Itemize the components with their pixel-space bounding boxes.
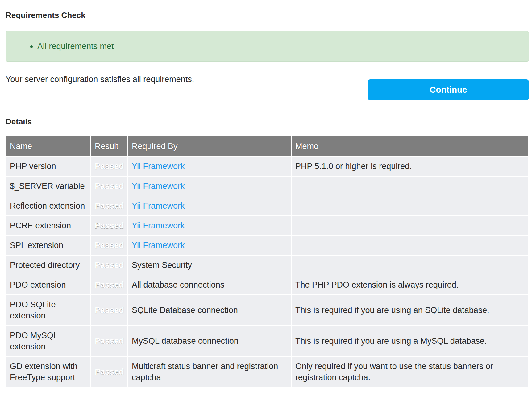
result-badge: Passed <box>91 275 127 294</box>
requirement-name-cell: PDO extension <box>6 275 90 294</box>
required-by-cell: MySQL database connection <box>128 326 291 356</box>
requirement-name-cell: PDO SQLite extension <box>6 295 90 325</box>
result-badge: Passed <box>91 196 127 215</box>
alert-item: All requirements met <box>37 42 529 51</box>
memo-cell: This is required if you are using an SQL… <box>292 295 528 325</box>
memo-cell: Only required if you want to use the sta… <box>292 357 528 387</box>
table-row: PCRE extension Passed Yii Framework <box>6 216 528 235</box>
required-by-link[interactable]: Yii Framework <box>128 157 291 176</box>
requirement-name-cell: $_SERVER variable <box>6 177 90 196</box>
memo-cell <box>292 236 528 255</box>
requirement-name-cell: Protected directory <box>6 256 90 275</box>
memo-cell: The PHP PDO extension is always required… <box>292 275 528 294</box>
memo-cell: PHP 5.1.0 or higher is required. <box>292 157 528 176</box>
details-heading: Details <box>6 117 529 127</box>
table-row: $_SERVER variable Passed Yii Framework <box>6 177 528 196</box>
memo-cell <box>292 196 528 215</box>
result-badge: Passed <box>91 216 127 235</box>
summary-text: Your server configuration satisfies all … <box>6 74 194 84</box>
memo-cell: This is required if you are using a MySQ… <box>292 326 528 356</box>
table-header-row: Name Result Required By Memo <box>6 136 528 156</box>
result-badge: Passed <box>91 256 127 275</box>
required-by-cell: SQLite Database connection <box>128 295 291 325</box>
column-header-memo: Memo <box>292 136 528 156</box>
column-header-required-by: Required By <box>128 136 291 156</box>
table-row: GD extension with FreeType support Passe… <box>6 357 528 387</box>
result-badge: Passed <box>91 157 127 176</box>
memo-cell <box>292 256 528 275</box>
continue-button[interactable]: Continue <box>368 79 529 100</box>
memo-cell <box>292 216 528 235</box>
table-row: PDO extension Passed All database connec… <box>6 275 528 294</box>
required-by-cell: All database connections <box>128 275 291 294</box>
required-by-cell: System Security <box>128 256 291 275</box>
requirements-table: Name Result Required By Memo PHP version… <box>6 136 529 388</box>
page-title: Requirements Check <box>6 10 529 20</box>
requirement-name-cell: PDO MySQL extension <box>6 326 90 356</box>
requirement-name-cell: Reflection extension <box>6 196 90 215</box>
required-by-link[interactable]: Yii Framework <box>128 216 291 235</box>
required-by-link[interactable]: Yii Framework <box>128 236 291 255</box>
requirement-name-cell: SPL extension <box>6 236 90 255</box>
result-badge: Passed <box>91 236 127 255</box>
result-badge: Passed <box>91 177 127 196</box>
requirement-name-cell: PCRE extension <box>6 216 90 235</box>
required-by-link[interactable]: Yii Framework <box>128 177 291 196</box>
table-row: SPL extension Passed Yii Framework <box>6 236 528 255</box>
table-row: Protected directory Passed System Securi… <box>6 256 528 275</box>
alert-list: All requirements met <box>6 42 529 51</box>
requirement-name-cell: PHP version <box>6 157 90 176</box>
required-by-link[interactable]: Yii Framework <box>128 196 291 215</box>
requirements-page: Requirements Check All requirements met … <box>6 10 529 388</box>
action-row: Your server configuration satisfies all … <box>6 74 529 100</box>
result-badge: Passed <box>91 357 127 387</box>
table-body: PHP version Passed Yii Framework PHP 5.1… <box>6 157 528 387</box>
table-row: Reflection extension Passed Yii Framewor… <box>6 196 528 215</box>
requirement-name-cell: GD extension with FreeType support <box>6 357 90 387</box>
table-row: PHP version Passed Yii Framework PHP 5.1… <box>6 157 528 176</box>
memo-cell <box>292 177 528 196</box>
result-badge: Passed <box>91 295 127 325</box>
table-row: PDO SQLite extension Passed SQLite Datab… <box>6 295 528 325</box>
column-header-name: Name <box>6 136 90 156</box>
table-row: PDO MySQL extension Passed MySQL databas… <box>6 326 528 356</box>
column-header-result: Result <box>91 136 127 156</box>
result-badge: Passed <box>91 326 127 356</box>
success-alert: All requirements met <box>6 31 529 62</box>
required-by-cell: Multicraft status banner and registratio… <box>128 357 291 387</box>
